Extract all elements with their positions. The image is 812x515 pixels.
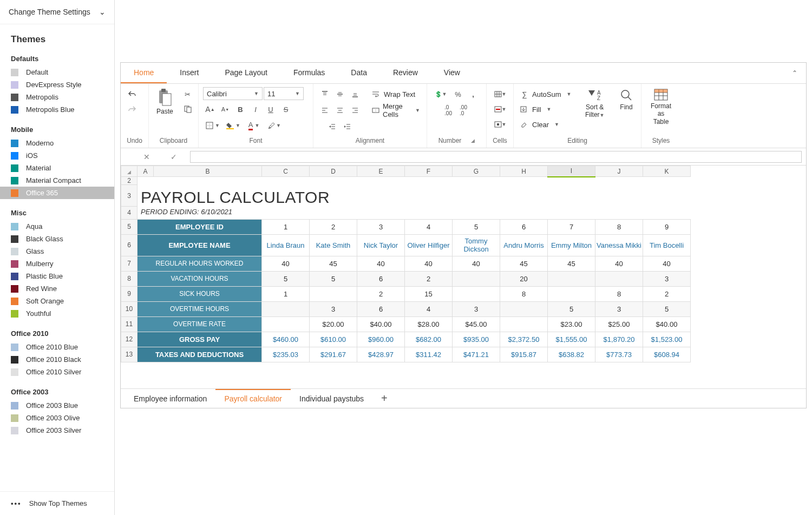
data-cell[interactable]: $45.00 bbox=[453, 316, 500, 332]
data-cell[interactable]: 9 bbox=[643, 219, 691, 234]
row-label[interactable]: OVERTIME HOURS bbox=[137, 301, 262, 316]
row-label[interactable]: TAXES AND DEDUCTIONS bbox=[137, 347, 262, 362]
undo-button[interactable] bbox=[125, 87, 139, 101]
data-cell[interactable]: 2 bbox=[643, 286, 691, 301]
row-header[interactable]: 9 bbox=[121, 286, 137, 301]
data-cell[interactable]: $428.97 bbox=[357, 347, 405, 362]
column-header[interactable]: B bbox=[154, 166, 262, 177]
column-header[interactable]: F bbox=[405, 166, 453, 177]
merge-cells-button[interactable]: Merge Cells▼ bbox=[370, 103, 422, 117]
row-label[interactable]: REGULAR HOURS WORKED bbox=[137, 256, 262, 271]
comma-button[interactable]: , bbox=[466, 87, 480, 101]
column-header[interactable]: C bbox=[262, 166, 310, 177]
data-cell[interactable]: $915.87 bbox=[500, 347, 548, 362]
data-cell[interactable]: 8 bbox=[595, 286, 643, 301]
italic-button[interactable]: I bbox=[248, 102, 263, 116]
theme-item[interactable]: Office 2010 Black bbox=[0, 353, 114, 366]
ribbon-tab[interactable]: Review bbox=[380, 63, 431, 83]
data-cell[interactable]: $935.00 bbox=[453, 332, 500, 347]
format-as-table-button[interactable]: Format as Table bbox=[645, 86, 677, 128]
change-theme-header[interactable]: Change Theme Settings ⌄ bbox=[0, 0, 114, 24]
row-header[interactable]: 3 bbox=[121, 185, 137, 207]
wrap-text-button[interactable]: Wrap Text bbox=[370, 87, 422, 101]
add-sheet-button[interactable]: + bbox=[372, 388, 396, 409]
data-cell[interactable] bbox=[262, 316, 310, 332]
font-name-dropdown[interactable]: Calibri▼ bbox=[203, 87, 263, 100]
row-header[interactable]: 7 bbox=[121, 256, 137, 271]
data-cell[interactable]: Tim Bocelli bbox=[643, 234, 691, 256]
row-label[interactable]: VACATION HOURS bbox=[137, 271, 262, 286]
data-cell[interactable]: $28.00 bbox=[405, 316, 453, 332]
data-cell[interactable] bbox=[453, 271, 500, 286]
theme-item[interactable]: Office 2003 Blue bbox=[0, 399, 114, 412]
theme-item[interactable]: Mulberry bbox=[0, 258, 114, 270]
data-cell[interactable]: 6 bbox=[357, 271, 405, 286]
theme-item[interactable]: Office 2010 Silver bbox=[0, 366, 114, 378]
theme-item[interactable]: Plastic Blue bbox=[0, 270, 114, 282]
row-label[interactable]: EMPLOYEE ID bbox=[137, 219, 262, 234]
data-cell[interactable]: $235.03 bbox=[262, 347, 310, 362]
data-cell[interactable]: 8 bbox=[500, 286, 548, 301]
currency-button[interactable]: 💲▼ bbox=[431, 87, 450, 101]
data-cell[interactable]: 3 bbox=[357, 219, 405, 234]
data-cell[interactable]: 7 bbox=[548, 219, 595, 234]
row-label[interactable]: GROSS PAY bbox=[137, 332, 262, 347]
delete-cells-button[interactable]: ▼ bbox=[491, 102, 509, 116]
data-cell[interactable]: 2 bbox=[405, 271, 453, 286]
formula-input[interactable] bbox=[190, 151, 802, 163]
ribbon-tab[interactable]: Insert bbox=[167, 63, 212, 83]
theme-item[interactable]: Aqua bbox=[0, 220, 114, 233]
theme-item[interactable]: Moderno bbox=[0, 137, 114, 149]
fill-color-button[interactable]: ▼ bbox=[224, 118, 243, 133]
row-header[interactable]: 8 bbox=[121, 271, 137, 286]
font-size-dropdown[interactable]: 11▼ bbox=[264, 87, 304, 100]
data-cell[interactable]: Emmy Milton bbox=[548, 234, 595, 256]
data-cell[interactable]: 15 bbox=[405, 286, 453, 301]
data-cell[interactable] bbox=[500, 301, 548, 316]
theme-item[interactable]: Office 365 bbox=[0, 187, 114, 199]
data-cell[interactable]: $25.00 bbox=[595, 316, 643, 332]
row-header[interactable]: 5 bbox=[121, 219, 137, 234]
bold-button[interactable]: B bbox=[233, 102, 247, 116]
confirm-edit-button[interactable]: ✓ bbox=[168, 151, 179, 162]
row-label[interactable]: EMPLOYEE NAME bbox=[137, 234, 262, 256]
data-cell[interactable]: $40.00 bbox=[643, 316, 691, 332]
theme-item[interactable]: Glass bbox=[0, 245, 114, 258]
align-center-button[interactable] bbox=[333, 103, 347, 117]
theme-item[interactable]: DevExpress Style bbox=[0, 78, 114, 91]
data-cell[interactable]: 5 bbox=[310, 271, 357, 286]
increase-decimal-button[interactable]: .0.00 bbox=[441, 103, 455, 117]
row-header[interactable]: 6 bbox=[121, 234, 137, 256]
data-cell[interactable]: $460.00 bbox=[262, 332, 310, 347]
data-cell[interactable]: $960.00 bbox=[357, 332, 405, 347]
clear-button[interactable]: Clear▼ bbox=[518, 117, 573, 131]
decrease-indent-button[interactable] bbox=[325, 120, 339, 134]
data-cell[interactable]: $638.82 bbox=[548, 347, 595, 362]
decrease-font-button[interactable]: A▼ bbox=[218, 102, 232, 116]
data-cell[interactable]: 5 bbox=[548, 301, 595, 316]
theme-item[interactable]: Black Glass bbox=[0, 233, 114, 245]
data-cell[interactable]: Andru Morris bbox=[500, 234, 548, 256]
data-cell[interactable]: $471.21 bbox=[453, 347, 500, 362]
column-header[interactable]: G bbox=[453, 166, 500, 177]
data-cell[interactable] bbox=[262, 301, 310, 316]
data-cell[interactable]: 40 bbox=[595, 256, 643, 271]
number-dialog-launcher[interactable]: ◢ bbox=[471, 138, 475, 143]
row-header[interactable]: 11 bbox=[121, 316, 137, 332]
data-cell[interactable] bbox=[310, 286, 357, 301]
data-cell[interactable]: 45 bbox=[500, 256, 548, 271]
data-cell[interactable]: 40 bbox=[262, 256, 310, 271]
data-cell[interactable]: 40 bbox=[405, 256, 453, 271]
align-top-button[interactable] bbox=[318, 87, 332, 101]
ribbon-tab[interactable]: Page Layout bbox=[212, 63, 280, 83]
theme-item[interactable]: Office 2010 Blue bbox=[0, 341, 114, 353]
percent-button[interactable]: % bbox=[451, 87, 465, 101]
data-cell[interactable] bbox=[595, 271, 643, 286]
align-left-button[interactable] bbox=[318, 103, 332, 117]
data-cell[interactable]: $311.42 bbox=[405, 347, 453, 362]
font-color-button[interactable]: A▼ bbox=[244, 118, 264, 133]
row-header[interactable]: 13 bbox=[121, 347, 137, 362]
row-header[interactable]: 12 bbox=[121, 332, 137, 347]
ribbon-tab[interactable]: Home bbox=[121, 63, 167, 83]
theme-item[interactable]: Metropolis bbox=[0, 91, 114, 103]
